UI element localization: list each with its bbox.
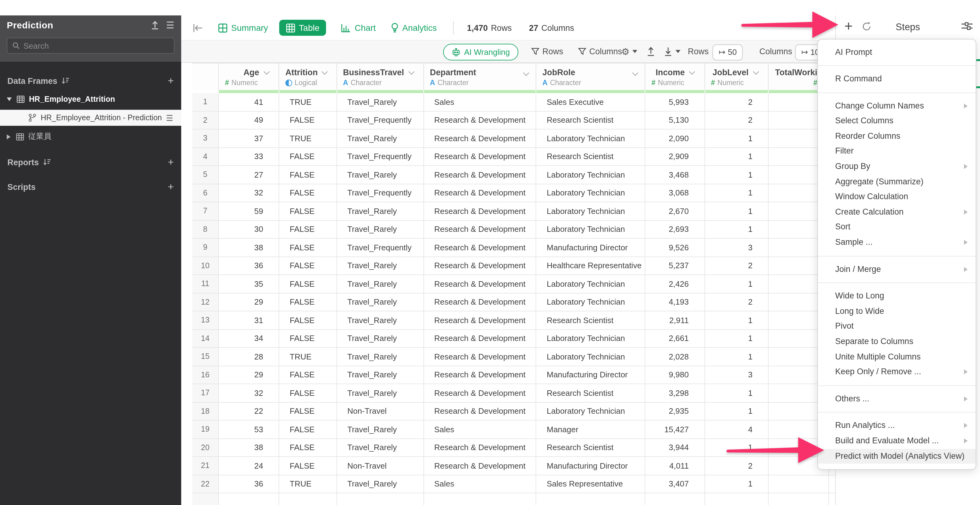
ai-wrangling-button[interactable]: AI Wrangling — [443, 44, 519, 61]
table-cell[interactable]: Travel_Rarely — [336, 421, 423, 439]
table-cell[interactable]: Laboratory Technician — [536, 275, 645, 293]
column-header-Income[interactable]: Income#Numeric — [645, 63, 704, 90]
table-cell[interactable]: 2,028 — [645, 348, 704, 366]
table-cell[interactable]: Research & Development — [423, 111, 536, 129]
column-header-Department[interactable]: DepartmentACharacter — [423, 63, 536, 90]
columns-filter-button[interactable]: Columns — [578, 41, 622, 62]
table-cell[interactable]: 49 — [218, 111, 278, 129]
table-cell[interactable]: 28 — [218, 348, 278, 366]
table-cell[interactable]: Research & Development — [423, 402, 536, 421]
row-number-cell[interactable]: 10 — [192, 257, 218, 275]
table-cell[interactable]: Travel_Rarely — [336, 330, 423, 348]
table-cell[interactable]: Travel_Rarely — [336, 93, 423, 111]
menu-item-reorder-columns[interactable]: Reorder Columns — [818, 129, 976, 144]
table-cell[interactable]: Sales — [423, 475, 536, 493]
row-number-cell[interactable]: 6 — [192, 184, 218, 202]
table-cell[interactable]: Research & Development — [423, 439, 536, 457]
item-menu-icon[interactable]: ☰ — [166, 113, 173, 123]
table-cell[interactable]: FALSE — [278, 402, 336, 421]
sliders-icon[interactable] — [961, 22, 973, 34]
table-cell[interactable]: Travel_Frequently — [336, 184, 423, 202]
table-cell[interactable]: Research & Development — [423, 330, 536, 348]
table-cell[interactable]: 15,427 — [645, 421, 704, 439]
table-cell[interactable]: FALSE — [278, 330, 336, 348]
menu-item-window-calculation[interactable]: Window Calculation — [818, 190, 976, 205]
table-cell[interactable]: 32 — [218, 184, 278, 202]
table-cell[interactable]: Research Scientist — [536, 148, 645, 166]
table-cell[interactable]: FALSE — [278, 202, 336, 220]
table-cell[interactable]: 3 — [704, 239, 768, 257]
row-number-cell[interactable]: 19 — [192, 421, 218, 439]
table-cell[interactable]: TRUE — [278, 348, 336, 366]
table-cell[interactable]: Research & Development — [423, 220, 536, 239]
table-cell[interactable]: 2,426 — [645, 275, 704, 293]
sort-icon[interactable] — [43, 158, 51, 166]
table-cell[interactable]: FALSE — [278, 257, 336, 275]
table-cell[interactable]: TRUE — [278, 129, 336, 148]
row-number-cell[interactable]: 5 — [192, 166, 218, 184]
table-cell[interactable]: 4,011 — [645, 457, 704, 475]
menu-item-unite-multiple-columns[interactable]: Unite Multiple Columns — [818, 349, 976, 365]
row-number-cell[interactable]: 20 — [192, 439, 218, 457]
table-cell[interactable]: Sales — [423, 93, 536, 111]
table-cell[interactable]: FALSE — [278, 148, 336, 166]
table-cell[interactable]: 30 — [218, 220, 278, 239]
menu-item-ai-prompt[interactable]: AI Prompt — [818, 45, 976, 60]
tab-table[interactable]: Table — [279, 20, 326, 36]
table-cell[interactable]: 24 — [218, 457, 278, 475]
table-cell[interactable]: 2 — [704, 457, 768, 475]
table-cell[interactable]: Healthcare Representative — [536, 257, 645, 275]
table-cell[interactable]: Manager — [536, 421, 645, 439]
menu-item-select-columns[interactable]: Select Columns — [818, 114, 976, 129]
column-menu-chevron-icon[interactable] — [689, 69, 695, 74]
row-number-cell[interactable]: 18 — [192, 402, 218, 421]
row-number-cell[interactable]: 4 — [192, 148, 218, 166]
menu-item-others[interactable]: Others ... — [818, 392, 976, 407]
table-cell[interactable]: 59 — [218, 202, 278, 220]
menu-item-long-to-wide[interactable]: Long to Wide — [818, 304, 976, 319]
table-cell[interactable]: 3,068 — [645, 184, 704, 202]
table-cell[interactable]: Travel_Rarely — [336, 166, 423, 184]
table-cell[interactable]: 5,237 — [645, 257, 704, 275]
table-cell[interactable]: Sales — [423, 421, 536, 439]
table-cell[interactable]: 3,298 — [645, 384, 704, 402]
table-cell[interactable]: 9,980 — [645, 366, 704, 384]
collapse-sidebar-icon[interactable] — [193, 23, 204, 32]
table-cell[interactable]: FALSE — [278, 275, 336, 293]
table-cell[interactable]: Travel_Frequently — [336, 239, 423, 257]
column-menu-chevron-icon[interactable] — [408, 69, 414, 74]
table-cell[interactable]: Travel_Rarely — [336, 384, 423, 402]
column-menu-chevron-icon[interactable] — [322, 69, 328, 74]
table-cell[interactable]: TRUE — [278, 475, 336, 493]
table-cell[interactable]: 38 — [218, 239, 278, 257]
table-cell[interactable] — [645, 493, 704, 505]
table-cell[interactable]: TRUE — [278, 93, 336, 111]
table-cell[interactable]: 1 — [704, 475, 768, 493]
table-cell[interactable]: 2,090 — [645, 129, 704, 148]
table-cell[interactable]: Laboratory Technician — [536, 202, 645, 220]
menu-item-r-command[interactable]: R Command — [818, 72, 976, 87]
column-menu-chevron-icon[interactable] — [264, 69, 269, 74]
table-cell[interactable]: 34 — [218, 330, 278, 348]
table-cell[interactable]: 9,526 — [645, 239, 704, 257]
table-cell[interactable]: Research & Development — [423, 275, 536, 293]
table-cell[interactable]: Research & Development — [423, 257, 536, 275]
table-cell[interactable]: 2 — [704, 111, 768, 129]
table-cell[interactable]: 32 — [218, 384, 278, 402]
table-cell[interactable]: Research & Development — [423, 311, 536, 330]
table-cell[interactable]: 38 — [218, 439, 278, 457]
column-header-JobRole[interactable]: JobRoleACharacter — [536, 63, 645, 90]
table-settings-button[interactable]: ⚙ — [621, 41, 638, 62]
table-cell[interactable]: 36 — [218, 257, 278, 275]
table-cell[interactable]: Travel_Rarely — [336, 366, 423, 384]
table-cell[interactable]: 1 — [704, 348, 768, 366]
sidebar-item-employees-jp[interactable]: 従業員 — [0, 129, 181, 144]
menu-item-filter[interactable]: Filter — [818, 144, 976, 159]
row-number-cell[interactable]: 8 — [192, 220, 218, 239]
table-cell[interactable]: 22 — [218, 402, 278, 421]
table-cell[interactable]: Sales Executive — [536, 93, 645, 111]
table-cell[interactable]: Research & Development — [423, 148, 536, 166]
table-cell[interactable]: Research Scientist — [536, 439, 645, 457]
rows-page-size-input[interactable]: ↦ 50 — [713, 44, 743, 61]
tab-analytics[interactable]: Analytics — [390, 23, 437, 33]
